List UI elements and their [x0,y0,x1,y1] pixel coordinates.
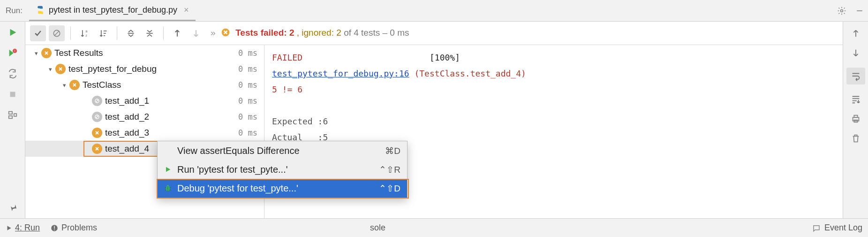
svg-rect-7 [14,114,16,116]
status-bar: 4: Run Problems sole Event Log [0,218,868,237]
tree-item-label: TestClass [83,80,121,90]
duration-label: 0 ms [238,80,257,90]
tree-leaf[interactable]: test_add_30 ms [25,125,264,141]
run-label: Run: [4,6,29,15]
tree-leaf[interactable]: test_add_10 ms [25,93,264,109]
soft-wrap-toggle[interactable] [846,68,865,84]
source-link[interactable]: test_pytest_for_debug.py:16 [272,69,409,78]
pin-icon[interactable] [5,200,19,214]
run-tab-title: pytest in test_pytest_for_debug.py [49,5,177,15]
python-file-icon [36,5,45,15]
sort-alpha-icon[interactable]: az [76,25,92,41]
collapse-all-icon[interactable] [142,25,158,41]
svg-text:z: z [86,33,88,37]
close-icon[interactable]: × [181,5,189,15]
svg-line-19 [96,100,98,102]
svg-line-21 [96,116,98,118]
tree-leaf[interactable]: test_add_20 ms [25,109,264,125]
show-ignored-toggle[interactable] [49,25,65,41]
scroll-up-icon[interactable] [851,28,861,38]
run-tool-header: Run: pytest in test_pytest_for_debug.py … [0,0,868,22]
svg-rect-23 [854,115,857,118]
print-icon[interactable] [851,114,861,124]
fail-icon [92,128,102,138]
layout-icon[interactable] [8,110,18,120]
tree-node[interactable]: ▾TestClass0 ms [25,77,264,93]
scroll-to-end-icon[interactable] [851,94,861,104]
test-summary: » Tests failed: 2 , ignored: 2 of 4 test… [211,28,409,38]
rerun-failed-icon[interactable]: ! [8,48,18,58]
gear-icon[interactable] [837,6,846,15]
menu-item-label: View assertEquals Difference [177,145,385,156]
menu-item-shortcut: ⌘D [385,145,400,156]
expand-all-icon[interactable] [123,25,139,41]
event-log-button[interactable]: Event Log [812,223,862,233]
tree-item-label: test_add_4 [105,144,149,154]
context-menu-item[interactable]: Debug 'pytest for test_pyte...'⌃⇧D [158,179,407,198]
run-icon[interactable] [8,27,18,38]
svg-point-0 [841,9,843,12]
svg-rect-6 [8,116,12,119]
duration-label: 0 ms [238,112,257,122]
fail-icon [92,144,102,154]
menu-item-shortcut: ⌃⇧D [379,183,400,194]
run-icon [162,166,174,173]
svg-rect-27 [54,229,55,230]
context-menu[interactable]: View assertEquals Difference⌘DRun 'pytes… [157,141,408,198]
toggle-auto-test-icon[interactable] [8,69,18,79]
context-menu-item[interactable]: Run 'pytest for test_pyte...'⌃⇧R [158,160,407,179]
expand-arrow-icon[interactable]: ▾ [60,82,68,89]
menu-item-label: Run 'pytest for test_pyte...' [177,164,379,175]
show-passed-toggle[interactable] [30,25,46,41]
svg-text:!: ! [14,49,15,53]
svg-rect-5 [8,112,12,115]
duration-label: 0 ms [238,48,257,58]
duration-label: 0 ms [238,64,257,74]
tool-window-problems[interactable]: Problems [50,223,97,233]
svg-text:a: a [86,29,88,32]
fail-icon [55,64,66,74]
svg-line-9 [54,31,59,36]
tree-node[interactable]: ▾test_pytest_for_debug0 ms [25,61,264,77]
context-menu-item[interactable]: View assertEquals Difference⌘D [158,141,407,160]
sort-duration-icon[interactable] [95,25,111,41]
scroll-down-icon[interactable] [851,48,861,58]
minimize-icon[interactable] [855,6,864,15]
tool-window-partial[interactable]: sole [370,223,385,233]
bug-icon [162,184,174,192]
fail-icon [69,80,80,90]
skip-icon [92,112,102,122]
right-gutter [843,22,868,218]
stop-icon[interactable] [8,89,18,99]
menu-item-label: Debug 'pytest for test_pyte...' [177,183,379,194]
test-toolbar: az » [25,22,843,45]
tree-item-label: Test Results [54,48,103,58]
fail-circle-icon [221,28,230,37]
run-tab[interactable]: pytest in test_pytest_for_debug.py × [29,0,196,21]
skip-icon [92,96,102,106]
menu-item-shortcut: ⌃⇧R [379,164,400,175]
tree-item-label: test_add_1 [105,96,149,106]
next-failed-icon[interactable] [188,25,204,41]
tree-item-label: test_pytest_for_debug [68,64,157,74]
expand-arrow-icon[interactable]: ▾ [46,66,54,73]
fail-icon [41,48,52,58]
tree-item-label: test_add_3 [105,128,149,138]
prev-failed-icon[interactable] [169,25,185,41]
left-gutter: ! [0,22,25,218]
duration-label: 0 ms [238,128,257,138]
tree-node[interactable]: ▾Test Results0 ms [25,45,264,61]
svg-rect-26 [54,226,55,229]
trash-icon[interactable] [851,133,861,144]
tree-item-label: test_add_2 [105,112,149,122]
duration-label: 0 ms [238,96,257,106]
expand-arrow-icon[interactable]: ▾ [32,50,40,57]
svg-rect-4 [10,92,15,97]
tool-window-run[interactable]: 4: Run [6,223,40,233]
